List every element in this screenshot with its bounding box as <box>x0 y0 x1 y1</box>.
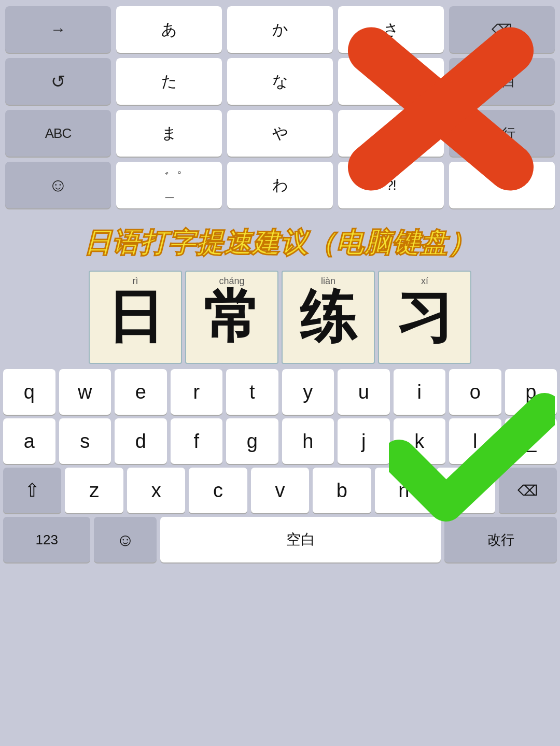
key-q[interactable]: q <box>3 369 55 415</box>
kana-ta-label: た <box>161 71 177 92</box>
qwerty-row-3: ⇧ z x c v b n m ⌫ <box>3 468 557 513</box>
kana-emoji-key[interactable]: ☺ <box>5 162 111 208</box>
qwerty-keyboard: q w e r t y u i o p a s d f g h j k l _ … <box>0 366 560 571</box>
key-o[interactable]: o <box>449 369 501 415</box>
kana-ma-label: ま <box>161 123 177 144</box>
key-b[interactable]: b <box>313 468 371 513</box>
kana-dakuten-label: ゛゜＿ <box>157 170 181 200</box>
key-h[interactable]: h <box>282 418 334 464</box>
hanzi-ri: 日 <box>107 289 164 346</box>
kana-punctuation-key[interactable]: ?! <box>338 162 444 208</box>
key-i[interactable]: i <box>394 369 446 415</box>
key-n[interactable]: n <box>375 468 433 513</box>
kana-row-4: ☺ ゛゜＿ わ ?! <box>5 162 555 208</box>
qwerty-row-4: 123 ☺ 空白 改行 <box>3 517 557 562</box>
kana-ya-label: や <box>272 123 288 144</box>
kana-sa-label: さ <box>383 19 399 40</box>
key-p[interactable]: p <box>505 369 557 415</box>
key-d[interactable]: d <box>115 418 167 464</box>
key-g[interactable]: g <box>226 418 278 464</box>
key-shift[interactable]: ⇧ <box>3 468 61 513</box>
kana-ka-key[interactable]: か <box>227 6 333 53</box>
key-z[interactable]: z <box>65 468 123 513</box>
hanzi-xi: 习 <box>396 289 453 346</box>
kana-ma-key[interactable]: ま <box>116 110 222 157</box>
kana-row-3: ABC ま や 改行 <box>5 110 555 157</box>
kana-abc-label: ABC <box>45 125 71 142</box>
key-s[interactable]: s <box>59 418 111 464</box>
kana-enter-key[interactable]: 改行 <box>449 110 555 157</box>
key-backspace[interactable]: ⌫ <box>499 468 557 513</box>
char-strip: rì 日 cháng 常 liàn 练 xí 习 <box>0 266 560 366</box>
kana-punctuation-label: ?! <box>386 177 396 193</box>
kana-wa-key[interactable]: わ <box>227 162 333 208</box>
kana-undo-key[interactable]: ↺ <box>5 58 111 105</box>
key-m[interactable]: m <box>437 468 495 513</box>
pinyin-lian: liàn <box>283 276 374 287</box>
char-card-xi: xí 习 <box>378 271 471 364</box>
kana-keyboard: → あ か さ ⌫ ↺ た な は 空白 <box>0 0 560 218</box>
kana-ra-key[interactable] <box>338 110 444 157</box>
key-r[interactable]: r <box>171 369 223 415</box>
kana-na-label: な <box>272 71 288 92</box>
pinyin-xi: xí <box>379 276 470 287</box>
char-card-chang: cháng 常 <box>185 271 278 364</box>
kana-ta-key[interactable]: た <box>116 58 222 105</box>
kana-ka-label: か <box>272 19 288 40</box>
kana-na-key[interactable]: な <box>227 58 333 105</box>
kana-sa-key[interactable]: さ <box>338 6 444 53</box>
qwerty-row-2: a s d f g h j k l _ <box>3 418 557 464</box>
kana-undo-label: ↺ <box>51 71 65 92</box>
key-f[interactable]: f <box>171 418 223 464</box>
hanzi-chang: 常 <box>203 289 260 346</box>
kana-a-key[interactable]: あ <box>116 6 222 53</box>
key-u[interactable]: u <box>338 369 390 415</box>
pinyin-ri: rì <box>90 276 181 287</box>
banner-title: 日语打字提速建议（电脑键盘） <box>84 225 476 261</box>
kana-wa-label: わ <box>272 175 288 196</box>
key-space[interactable]: 空白 <box>160 517 441 562</box>
kana-ha-label: は <box>383 71 399 92</box>
kana-delete-label: ⌫ <box>492 21 512 38</box>
kana-delete-key[interactable]: ⌫ <box>449 6 555 53</box>
char-card-lian: liàn 练 <box>282 271 375 364</box>
kana-row-1: → あ か さ ⌫ <box>5 6 555 53</box>
key-123[interactable]: 123 <box>3 517 90 562</box>
key-k[interactable]: k <box>394 418 446 464</box>
key-j[interactable]: j <box>338 418 390 464</box>
key-l[interactable]: l <box>449 418 501 464</box>
kana-emoji-label: ☺ <box>49 174 68 196</box>
key-x[interactable]: x <box>127 468 185 513</box>
banner: 日语打字提速建议（电脑键盘） <box>0 218 560 266</box>
kana-blank-key[interactable] <box>449 162 555 208</box>
kana-a-label: あ <box>161 19 177 40</box>
key-return[interactable]: 改行 <box>444 517 557 562</box>
key-t[interactable]: t <box>226 369 278 415</box>
kana-arrow-key[interactable]: → <box>5 6 111 53</box>
key-dash[interactable]: _ <box>505 418 557 464</box>
kana-space-key[interactable]: 空白 <box>449 58 555 105</box>
kana-ha-key[interactable]: は <box>338 58 444 105</box>
pinyin-chang: cháng <box>186 276 277 287</box>
kana-row-2: ↺ た な は 空白 <box>5 58 555 105</box>
kana-abc-key[interactable]: ABC <box>5 110 111 157</box>
qwerty-row-1: q w e r t y u i o p <box>3 369 557 415</box>
kana-space-label: 空白 <box>489 73 515 91</box>
key-c[interactable]: c <box>189 468 247 513</box>
kana-enter-label: 改行 <box>489 124 515 143</box>
kana-dakuten-key[interactable]: ゛゜＿ <box>116 162 222 208</box>
kana-ya-key[interactable]: や <box>227 110 333 157</box>
key-a[interactable]: a <box>3 418 55 464</box>
key-y[interactable]: y <box>282 369 334 415</box>
key-e[interactable]: e <box>115 369 167 415</box>
kana-arrow-label: → <box>50 21 66 38</box>
key-v[interactable]: v <box>251 468 309 513</box>
char-card-ri: rì 日 <box>89 271 182 364</box>
hanzi-lian: 练 <box>300 289 357 346</box>
key-w[interactable]: w <box>59 369 111 415</box>
key-emoji[interactable]: ☺ <box>94 517 156 562</box>
